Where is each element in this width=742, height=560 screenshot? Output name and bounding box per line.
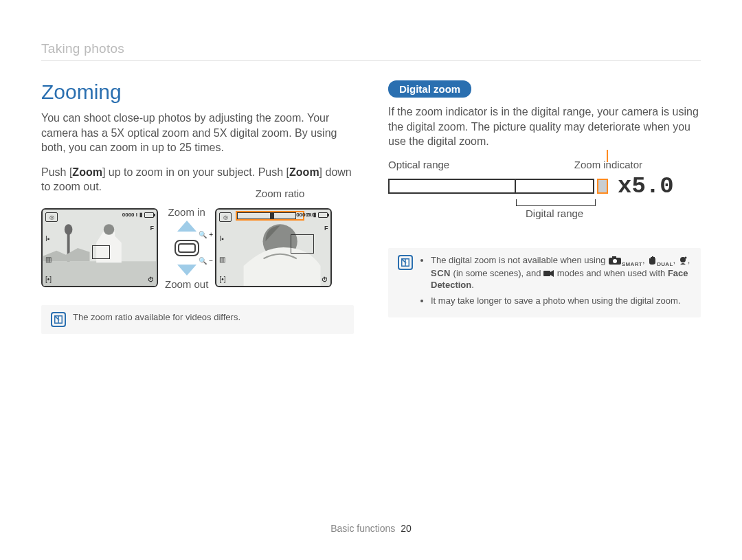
screen-right-icons: F ⏱ xyxy=(322,225,328,283)
flash-icon: F xyxy=(324,225,328,232)
metering-icon: ▥ xyxy=(219,256,232,263)
mode-icon: ◎ xyxy=(219,212,232,222)
txt: . xyxy=(471,280,474,290)
mode-dual-label: DUAL xyxy=(657,260,673,267)
video-mode-icon xyxy=(543,269,554,278)
ev-icon: I▪ xyxy=(45,235,58,243)
svg-point-4 xyxy=(104,225,114,235)
sd-icon: ▮ xyxy=(139,212,142,218)
counter: 0000 I xyxy=(296,212,311,218)
digital-range-segment xyxy=(516,180,593,192)
timer-icon: ⏱ xyxy=(148,276,154,283)
svg-point-3 xyxy=(65,225,73,235)
camera-mode-icon xyxy=(608,256,622,265)
sd-icon: ▮ xyxy=(313,212,316,218)
figure-row: ◎ I▪ ▥ [•] 0000 I ▮ F ⏱ Zoom in xyxy=(41,206,354,290)
zoom-value: x5.0 xyxy=(618,173,674,199)
svg-rect-8 xyxy=(612,256,616,258)
txt: (in some scenes), and xyxy=(453,268,544,278)
digital-zoom-pill: Digital zoom xyxy=(388,80,471,98)
zoom-control-icon: 🔍 + 🔍 − xyxy=(173,221,201,276)
page-footer: Basic functions 20 xyxy=(0,523,742,534)
right-column: Digital zoom If the zoom indicator is in… xyxy=(388,80,701,334)
txt: The digital zoom is not available when u… xyxy=(431,255,608,265)
screen-top-icons: 0000 I ▮ xyxy=(296,212,328,218)
digital-zoom-paragraph: If the zoom indicator is in the digital … xyxy=(388,104,701,149)
zoom-indicator-icon xyxy=(597,179,608,194)
arrow-up-icon xyxy=(177,221,196,232)
focus-square xyxy=(291,234,314,254)
txt: ] up to zoom in on your subject. Push [ xyxy=(102,166,289,178)
zoom-diagram: Optical range Zoom indicator x5.0 Digita… xyxy=(388,159,701,227)
zoom-keyword: Zoom xyxy=(289,166,319,178)
metering-icon: ▥ xyxy=(45,256,58,263)
timer-icon: ⏱ xyxy=(322,276,328,283)
beauty-mode-icon xyxy=(678,256,688,265)
svg-rect-1 xyxy=(43,262,156,287)
camera-screen-wide: ◎ I▪ ▥ [•] 0000 I ▮ F ⏱ xyxy=(41,208,158,287)
screen-top-icons: 0000 I ▮ xyxy=(122,212,154,218)
minus-icon: 🔍 − xyxy=(199,258,213,265)
mode-scn-label: SCN xyxy=(431,268,451,278)
svg-rect-12 xyxy=(543,271,550,276)
note-item-2: It may take longer to save a photo when … xyxy=(431,295,691,307)
note-box: The zoom ratio available for videos diff… xyxy=(41,305,354,334)
note-item-1: The digital zoom is not available when u… xyxy=(431,255,691,291)
digital-range-label: Digital range xyxy=(526,208,701,219)
note-list: The digital zoom is not available when u… xyxy=(420,255,691,311)
intro-paragraph: You can shoot close-up photos by adjusti… xyxy=(41,111,354,155)
breadcrumb: Taking photos xyxy=(41,41,701,61)
bracket-icon: [•] xyxy=(219,276,232,283)
note-icon xyxy=(398,255,413,270)
section-title: Zooming xyxy=(41,80,354,104)
zoom-ratio-bar: 5.0 xyxy=(237,212,296,219)
optical-range-label: Optical range xyxy=(388,159,449,170)
txt: modes and when used with xyxy=(557,268,668,278)
left-column: Zooming You can shoot close-up photos by… xyxy=(41,80,354,334)
content-columns: Zooming You can shoot close-up photos by… xyxy=(41,80,701,334)
svg-point-9 xyxy=(613,259,617,263)
zoom-rocker-icon xyxy=(175,240,199,256)
note-box: The digital zoom is not available when u… xyxy=(388,248,701,318)
plus-icon: 🔍 + xyxy=(199,232,213,238)
battery-icon xyxy=(144,212,154,218)
zoom-range-bar xyxy=(388,179,594,194)
counter: 0000 I xyxy=(122,212,137,218)
page-number: 20 xyxy=(401,523,412,534)
optical-range-segment xyxy=(390,180,516,192)
zoom-indicator-label: Zoom indicator xyxy=(574,159,642,170)
note-icon xyxy=(51,312,66,327)
screen-right-icons: F ⏱ xyxy=(148,225,154,283)
zoom-control-column: Zoom in 🔍 + 🔍 − Zoom out xyxy=(165,206,208,290)
zoom-ratio-indicator xyxy=(270,212,274,219)
svg-point-11 xyxy=(684,257,686,259)
screen-left-icons: ◎ I▪ ▥ [•] xyxy=(219,212,232,283)
battery-icon xyxy=(318,212,328,218)
hand-mode-icon xyxy=(647,256,657,265)
txt: Push [ xyxy=(41,166,72,178)
mode-smart-label: SMART xyxy=(622,260,642,267)
camera-screen-tele: 5.0 ◎ I▪ ▥ [•] 0000 I ▮ F ⏱ xyxy=(215,208,332,287)
note-text: The zoom ratio available for videos diff… xyxy=(73,312,240,322)
mode-icon: ◎ xyxy=(45,212,58,222)
zoom-in-label: Zoom in xyxy=(168,206,205,218)
indicator-leader-line xyxy=(607,150,608,162)
zoom-out-label: Zoom out xyxy=(165,278,208,290)
focus-square xyxy=(92,245,110,259)
arrow-down-icon xyxy=(177,265,196,276)
footer-section: Basic functions xyxy=(330,523,395,534)
bracket-icon: [•] xyxy=(45,276,58,283)
digital-range-bracket xyxy=(516,199,596,206)
flash-icon: F xyxy=(150,225,155,232)
ev-icon: I▪ xyxy=(219,235,232,243)
zoom-keyword: Zoom xyxy=(72,166,102,178)
screen-left-icons: ◎ I▪ ▥ [•] xyxy=(45,212,58,283)
